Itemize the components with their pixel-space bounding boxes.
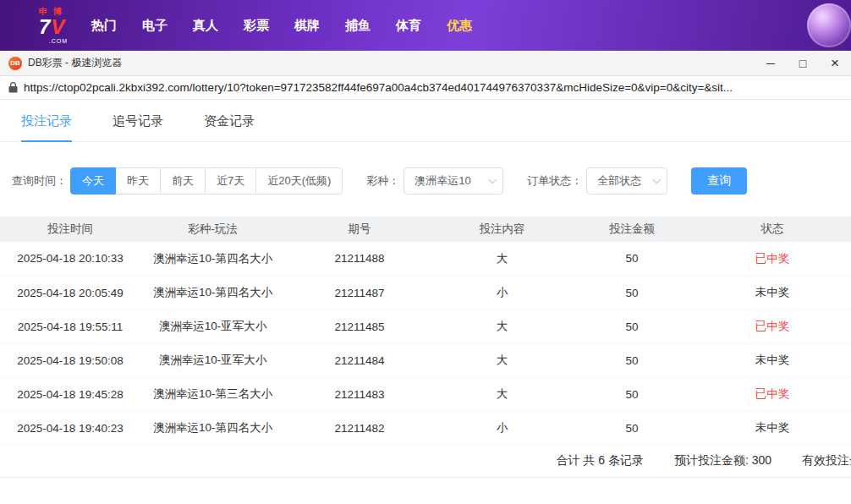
bet-records-table: 投注时间彩种-玩法期号投注内容投注金额状态 2025-04-18 20:10:3… [0,216,851,446]
cell-content: 大 [434,242,570,276]
time-option-button[interactable]: 近7天 [205,167,256,194]
address-bar: https://ctop02pcali.2kbxi392.com/lottery… [0,76,851,100]
cell-amount: 50 [570,242,694,276]
cell-content: 大 [434,377,570,411]
cell-issue: 21211483 [285,377,434,411]
nav-item-chess[interactable]: 棋牌 [294,18,320,34]
bet-table-body: 2025-04-18 20:10:33澳洲幸运10-第四名大小21211488大… [0,242,851,445]
window-controls: ─ □ × [755,51,851,75]
cell-amount: 50 [570,411,694,445]
column-header: 投注金额 [570,216,694,242]
cell-game: 澳洲幸运10-第四名大小 [140,276,285,310]
cell-time: 2025-04-18 20:05:49 [0,276,140,310]
time-option-button[interactable]: 昨天 [115,167,161,194]
time-option-button[interactable]: 前天 [160,167,206,194]
filter-bar: 查询时间： 今天昨天前天近7天近20天(低频) 彩种： 澳洲幸运10 订单状态：… [0,142,851,194]
order-status-select[interactable]: 全部状态 [586,167,667,194]
cell-time: 2025-04-18 19:55:11 [0,310,140,343]
chevron-down-icon [653,175,662,184]
maximize-button[interactable]: □ [787,51,819,75]
cell-issue: 21211487 [285,276,434,310]
cell-time: 2025-04-18 19:50:08 [0,343,140,377]
cell-amount: 50 [570,377,694,411]
lottery-filter-label: 彩种： [366,173,399,189]
window-title: DB彩票 - 极速浏览器 [28,56,122,70]
table-row: 2025-04-18 19:40:23澳洲幸运10-第四名大小21211482小… [0,411,851,445]
table-header-row: 投注时间彩种-玩法期号投注内容投注金额状态 [0,216,851,242]
cell-game: 澳洲幸运10-亚军大小 [140,310,285,343]
cell-game: 澳洲幸运10-第四名大小 [140,242,285,276]
column-header: 彩种-玩法 [140,216,285,242]
cell-status: 已中奖 [694,242,851,276]
table-row: 2025-04-18 19:50:08澳洲幸运10-亚军大小21211484大5… [0,343,851,377]
column-header: 期号 [285,216,434,242]
order-status-label: 订单状态： [527,173,582,189]
search-button[interactable]: 查询 [691,167,747,194]
browser-app-icon: DB [8,57,22,70]
cell-game: 澳洲幸运10-亚军大小 [140,343,285,377]
tab-bet-records[interactable]: 投注记录 [21,113,72,142]
cell-content: 小 [434,411,570,445]
main-nav: 热门电子真人彩票棋牌捕鱼体育优惠 [91,18,472,34]
table-row: 2025-04-18 20:10:33澳洲幸运10-第四名大小21211488大… [0,242,851,276]
cell-time: 2025-04-18 20:10:33 [0,242,140,276]
browser-titlebar: DB DB彩票 - 极速浏览器 ─ □ × [0,51,851,76]
nav-item-lottery[interactable]: 彩票 [244,18,269,34]
time-option-button[interactable]: 今天 [70,167,116,194]
cell-amount: 50 [570,310,694,343]
close-button[interactable]: × [819,51,851,75]
table-row: 2025-04-18 20:05:49澳洲幸运10-第四名大小21211487小… [0,276,851,310]
cell-status: 已中奖 [694,310,851,343]
column-header: 投注内容 [434,216,570,242]
nav-item-live[interactable]: 真人 [193,18,218,34]
user-avatar[interactable] [807,3,851,47]
cell-status: 未中奖 [694,411,851,445]
summary-bar: 合计 共 6 条记录 预计投注金额: 300 有效投注金额: [0,446,851,478]
logo-brand-sub: .COM [49,38,68,44]
nav-item-slots[interactable]: 电子 [142,18,167,34]
cell-time: 2025-04-18 19:45:28 [0,377,140,411]
cell-issue: 21211482 [285,411,434,445]
chevron-down-icon [489,175,497,184]
cell-status: 未中奖 [694,343,851,377]
cell-content: 大 [434,343,570,377]
nav-item-fishing[interactable]: 捕鱼 [345,18,371,34]
nav-item-promo[interactable]: 优惠 [447,18,472,34]
table-row: 2025-04-18 19:45:28澳洲幸运10-第三名大小21211483大… [0,377,851,411]
cell-time: 2025-04-18 19:40:23 [0,411,140,445]
total-records-text: 合计 共 6 条记录 [557,453,644,468]
lottery-select[interactable]: 澳洲幸运10 [404,167,503,194]
tab-fund-records[interactable]: 资金记录 [204,113,255,141]
time-option-button[interactable]: 近20天(低频) [255,167,343,194]
cell-issue: 21211488 [285,242,434,276]
tab-chase-records[interactable]: 追号记录 [113,113,163,141]
cell-status: 未中奖 [694,276,851,310]
nav-item-sports[interactable]: 体育 [396,18,421,34]
table-row: 2025-04-18 19:55:11澳洲幸运10-亚军大小21211485大5… [0,310,851,343]
time-filter-group: 今天昨天前天近7天近20天(低频) [70,167,343,194]
url-input[interactable]: https://ctop02pcali.2kbxi392.com/lottery… [24,81,843,94]
time-filter-label: 查询时间： [12,173,67,189]
column-header: 状态 [694,216,851,242]
minimize-button[interactable]: ─ [755,51,787,75]
cell-content: 大 [434,310,570,343]
cell-amount: 50 [570,276,694,310]
expected-amount-text: 预计投注金额: 300 [674,453,771,468]
lock-icon [8,82,18,93]
nav-item-hot[interactable]: 热门 [91,18,117,34]
cell-amount: 50 [570,343,694,377]
logo-brand-main: 7V [39,17,68,37]
cell-issue: 21211485 [285,310,434,343]
site-logo[interactable]: 申博 7V .COM [39,8,68,44]
site-topbar: 申博 7V .COM 热门电子真人彩票棋牌捕鱼体育优惠 [0,0,851,51]
cell-status: 已中奖 [694,377,851,411]
lottery-records-page: 投注记录追号记录资金记录 查询时间： 今天昨天前天近7天近20天(低频) 彩种：… [0,100,851,478]
lottery-select-value: 澳洲幸运10 [415,173,470,189]
order-status-value: 全部状态 [597,173,641,189]
record-tabs: 投注记录追号记录资金记录 [0,100,851,142]
cell-issue: 21211484 [285,343,434,377]
cell-game: 澳洲幸运10-第四名大小 [140,411,285,445]
column-header: 投注时间 [0,216,140,242]
cell-game: 澳洲幸运10-第三名大小 [140,377,285,411]
valid-amount-text: 有效投注金额: [802,453,851,468]
